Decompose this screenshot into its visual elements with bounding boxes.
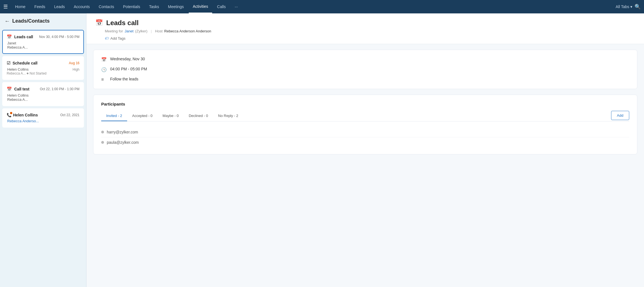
host-name: Rebecca Anderson Anderson <box>164 29 211 33</box>
all-tabs-dropdown[interactable]: All Tabs ▾ <box>616 4 632 9</box>
calendar-icon-3: 📅 <box>7 87 12 92</box>
main-content: 📅 Leads call Meeting for Janet (Zylker) … <box>86 13 644 287</box>
sidebar-header: ← Leads/Contacts <box>0 13 86 28</box>
participant-row-2: paula@zylker.com <box>101 137 629 147</box>
main-layout: ← Leads/Contacts 📅 Leads call Nov 30, 4:… <box>0 13 644 287</box>
ptab-invited[interactable]: Invited - 2 <box>101 111 127 121</box>
info-card: 📅 Wednesday, Nov 30 🕓 04:00 PM - 05:00 P… <box>93 50 637 89</box>
ptab-maybe[interactable]: Maybe - 0 <box>158 111 184 121</box>
ptab-no-reply[interactable]: No Reply - 2 <box>213 111 243 121</box>
meeting-contact-link[interactable]: Janet <box>125 29 134 33</box>
participants-title: Participants <box>101 102 629 106</box>
detail-calendar-icon: 📅 <box>95 19 103 27</box>
sidebar-item-1-line2: Rebecca A... <box>7 45 79 49</box>
check-icon-2: ☑ <box>7 61 10 66</box>
host-label: Host <box>155 29 163 33</box>
participant-dot-2 <box>101 141 104 144</box>
add-participant-button[interactable]: Add <box>611 111 629 120</box>
info-calendar-icon: 📅 <box>101 57 107 62</box>
sidebar-title: Leads/Contacts <box>12 18 50 24</box>
nav-meetings[interactable]: Meetings <box>164 0 188 13</box>
badge-dot-icon <box>10 112 12 114</box>
participant-email-1: harry@zylker.com <box>107 130 138 134</box>
hamburger-icon[interactable]: ☰ <box>3 4 8 10</box>
sidebar-item-helen-collins[interactable]: 📞 Helen Collins Oct 22, 2021 Rebecca And… <box>2 108 84 128</box>
sidebar-item-3-title: Call test <box>14 87 29 91</box>
nav-tasks[interactable]: Tasks <box>145 0 163 13</box>
top-nav: ☰ Home Feeds Leads Accounts Contacts Pot… <box>0 0 644 13</box>
dot-icon <box>27 73 28 74</box>
nav-more[interactable]: ··· <box>231 0 242 13</box>
info-time-label: 04:00 PM - 05:00 PM <box>110 67 147 71</box>
nav-leads[interactable]: Leads <box>50 0 69 13</box>
sidebar-item-3-line1: Helen Collins <box>7 93 79 97</box>
info-date-row: 📅 Wednesday, Nov 30 <box>101 57 629 62</box>
sidebar-item-2-title: Schedule call <box>13 61 37 65</box>
phone-icon-4: 📞 <box>7 113 11 117</box>
info-clock-icon: 🕓 <box>101 67 107 72</box>
tag-icon: 🏷 <box>105 36 109 40</box>
back-icon[interactable]: ← <box>4 18 10 24</box>
sidebar-item-4-date: Oct 22, 2021 <box>60 113 79 117</box>
sidebar: ← Leads/Contacts 📅 Leads call Nov 30, 4:… <box>0 13 86 287</box>
add-tags-label: Add Tags <box>110 36 125 40</box>
nav-home[interactable]: Home <box>11 0 29 13</box>
nav-potentials[interactable]: Potentials <box>119 0 144 13</box>
detail-header: 📅 Leads call Meeting for Janet (Zylker) … <box>86 13 644 44</box>
sidebar-item-2-name: Rebecca A... <box>7 71 26 75</box>
sidebar-item-3-date: Oct 22, 1:00 PM - 1:30 PM <box>40 87 79 91</box>
ptab-declined[interactable]: Declined - 0 <box>184 111 213 121</box>
participants-card: Participants Invited - 2 Accepted - 0 Ma… <box>93 95 637 154</box>
sidebar-item-4-line1: Rebecca Anderso... <box>7 119 79 123</box>
info-time-row: 🕓 04:00 PM - 05:00 PM <box>101 67 629 72</box>
detail-title: Leads call <box>106 19 139 27</box>
info-date-label: Wednesday, Nov 30 <box>110 57 145 61</box>
detail-meta: Meeting for Janet (Zylker) | Host Rebecc… <box>105 29 635 33</box>
nav-activities[interactable]: Activities <box>189 0 212 13</box>
nav-contacts[interactable]: Contacts <box>95 0 118 13</box>
sidebar-item-call-test[interactable]: 📅 Call test Oct 22, 1:00 PM - 1:30 PM He… <box>2 82 84 106</box>
nav-calls[interactable]: Calls <box>213 0 230 13</box>
search-icon[interactable]: 🔍 <box>635 4 641 10</box>
sidebar-item-schedule-call[interactable]: ☑ Schedule call Aug 16 Helen Collins Hig… <box>2 56 84 80</box>
nav-accounts[interactable]: Accounts <box>70 0 94 13</box>
add-tags-button[interactable]: 🏷 Add Tags <box>105 36 635 40</box>
participant-row-1: harry@zylker.com <box>101 127 629 137</box>
sidebar-item-1-title: Leads call <box>14 35 33 39</box>
meeting-for-label: Meeting for <box>105 29 123 33</box>
sidebar-item-4-title: Helen Collins <box>13 113 38 117</box>
participant-dot-1 <box>101 131 104 133</box>
participants-tabs: Invited - 2 Accepted - 0 Maybe - 0 Decli… <box>101 111 629 121</box>
meta-separator: | <box>151 29 152 33</box>
sidebar-item-2-date: Aug 16 <box>69 61 79 65</box>
meeting-company: (Zylker) <box>135 29 147 33</box>
info-desc-row: ≡ Follow the leads <box>101 77 629 82</box>
nav-feeds[interactable]: Feeds <box>30 0 49 13</box>
ptab-accepted[interactable]: Accepted - 0 <box>127 111 158 121</box>
info-desc-icon: ≡ <box>101 77 107 82</box>
sidebar-list: 📅 Leads call Nov 30, 4:00 PM - 5:00 PM J… <box>0 28 86 132</box>
info-desc-label: Follow the leads <box>110 77 138 81</box>
calendar-icon-1: 📅 <box>7 34 12 39</box>
sidebar-item-2-status: Not Started <box>30 71 47 75</box>
participant-email-2: paula@zylker.com <box>107 140 139 145</box>
sidebar-item-1-date: Nov 30, 4:00 PM - 5:00 PM <box>39 35 79 39</box>
sidebar-item-leads-call[interactable]: 📅 Leads call Nov 30, 4:00 PM - 5:00 PM J… <box>2 30 84 54</box>
sidebar-item-2-priority: High <box>72 68 79 71</box>
sidebar-item-2-line2: Rebecca A... Not Started <box>7 71 47 75</box>
sidebar-item-1-line1: Janet <box>7 41 79 45</box>
sidebar-item-2-line1: Helen Collins <box>7 67 29 71</box>
sidebar-item-3-line2: Rebecca A... <box>7 97 79 102</box>
